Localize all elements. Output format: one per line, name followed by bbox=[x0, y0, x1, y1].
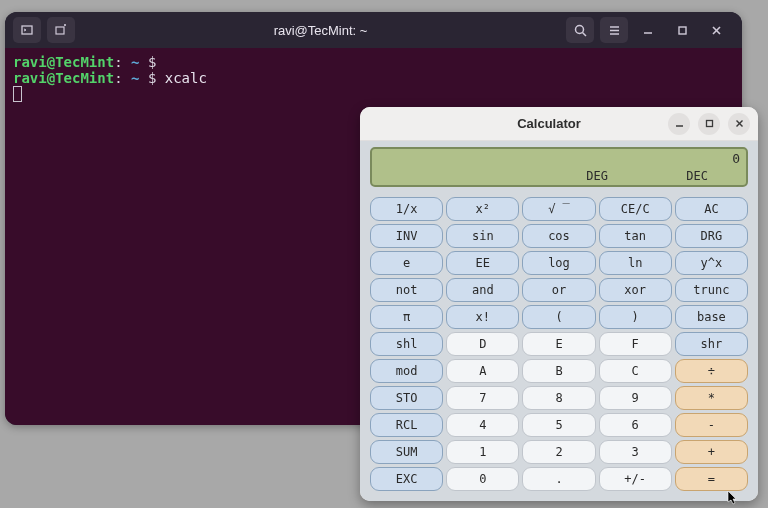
calc-key-ee[interactable]: EE bbox=[446, 251, 519, 275]
calc-key-[interactable]: ÷ bbox=[675, 359, 748, 383]
menu-button[interactable] bbox=[600, 17, 628, 43]
calc-key-shr[interactable]: shr bbox=[675, 332, 748, 356]
calc-key-[interactable]: ( bbox=[522, 305, 595, 329]
minimize-icon bbox=[642, 24, 654, 36]
calc-key-c[interactable]: C bbox=[599, 359, 672, 383]
calc-key-e[interactable]: E bbox=[522, 332, 595, 356]
calc-key-6[interactable]: 6 bbox=[599, 413, 672, 437]
calc-key-2[interactable]: 2 bbox=[522, 440, 595, 464]
calc-key-xor[interactable]: xor bbox=[599, 278, 672, 302]
calc-key-log[interactable]: log bbox=[522, 251, 595, 275]
svg-line-3 bbox=[582, 32, 586, 36]
calc-key-sto[interactable]: STO bbox=[370, 386, 443, 410]
calc-key-ln[interactable]: ln bbox=[599, 251, 672, 275]
close-button[interactable] bbox=[702, 17, 730, 43]
calc-key-base[interactable]: base bbox=[675, 305, 748, 329]
terminal-app-button[interactable] bbox=[13, 17, 41, 43]
terminal-line: ravi@TecMint: ~ $ xcalc bbox=[13, 70, 734, 86]
calc-key-[interactable]: = bbox=[675, 467, 748, 491]
prompt-user: ravi@TecMint bbox=[13, 54, 114, 70]
calc-key-mod[interactable]: mod bbox=[370, 359, 443, 383]
close-icon bbox=[735, 119, 744, 128]
calc-key-trunc[interactable]: trunc bbox=[675, 278, 748, 302]
terminal-line: ravi@TecMint: ~ $ bbox=[13, 54, 734, 70]
calc-key-or[interactable]: or bbox=[522, 278, 595, 302]
close-icon bbox=[711, 25, 722, 36]
calc-key-and[interactable]: and bbox=[446, 278, 519, 302]
calculator-keypad: 1/xx²√ ‾CE/CACINVsincostanDRGeEEloglny^x… bbox=[370, 197, 748, 493]
calc-key-5[interactable]: 5 bbox=[522, 413, 595, 437]
calc-key-[interactable]: ) bbox=[599, 305, 672, 329]
maximize-button[interactable] bbox=[668, 17, 696, 43]
calc-key-a[interactable]: A bbox=[446, 359, 519, 383]
calc-key-[interactable]: + bbox=[675, 440, 748, 464]
calculator-title: Calculator bbox=[430, 116, 668, 131]
prompt-symbol: $ bbox=[148, 54, 156, 70]
maximize-icon bbox=[705, 119, 714, 128]
calculator-titlebar: Calculator bbox=[360, 107, 758, 141]
calc-close-button[interactable] bbox=[728, 113, 750, 135]
calc-key-0[interactable]: 0 bbox=[446, 467, 519, 491]
calc-key-e[interactable]: e bbox=[370, 251, 443, 275]
calc-key-4[interactable]: 4 bbox=[446, 413, 519, 437]
calc-key-[interactable]: π bbox=[370, 305, 443, 329]
calculator-body: 0 DEG DEC 1/xx²√ ‾CE/CACINVsincostanDRGe… bbox=[360, 141, 758, 501]
search-button[interactable] bbox=[566, 17, 594, 43]
calc-key-drg[interactable]: DRG bbox=[675, 224, 748, 248]
calc-key-shl[interactable]: shl bbox=[370, 332, 443, 356]
calc-minimize-button[interactable] bbox=[668, 113, 690, 135]
calc-key-cos[interactable]: cos bbox=[522, 224, 595, 248]
calc-key-tan[interactable]: tan bbox=[599, 224, 672, 248]
display-value: 0 bbox=[732, 151, 740, 166]
calc-key-not[interactable]: not bbox=[370, 278, 443, 302]
calc-key-d[interactable]: D bbox=[446, 332, 519, 356]
calc-key-exc[interactable]: EXC bbox=[370, 467, 443, 491]
minimize-button[interactable] bbox=[634, 17, 662, 43]
terminal-titlebar: ravi@TecMint: ~ bbox=[5, 12, 742, 48]
minimize-icon bbox=[675, 119, 684, 128]
calculator-display: 0 DEG DEC bbox=[370, 147, 748, 187]
calculator-window: Calculator 0 DEG DEC 1/xx²√ ‾CE/CACINVsi… bbox=[360, 107, 758, 501]
hamburger-icon bbox=[608, 24, 621, 37]
calc-key-cec[interactable]: CE/C bbox=[599, 197, 672, 221]
calc-key-[interactable]: . bbox=[522, 467, 595, 491]
svg-rect-1 bbox=[56, 27, 64, 34]
calc-key-yx[interactable]: y^x bbox=[675, 251, 748, 275]
calc-key-sum[interactable]: SUM bbox=[370, 440, 443, 464]
calc-key-1x[interactable]: 1/x bbox=[370, 197, 443, 221]
calc-key-inv[interactable]: INV bbox=[370, 224, 443, 248]
calc-maximize-button[interactable] bbox=[698, 113, 720, 135]
command-text: xcalc bbox=[165, 70, 207, 86]
calc-key-f[interactable]: F bbox=[599, 332, 672, 356]
calc-key-x[interactable]: x² bbox=[446, 197, 519, 221]
calc-key-ac[interactable]: AC bbox=[675, 197, 748, 221]
svg-rect-12 bbox=[706, 121, 712, 127]
calc-key-b[interactable]: B bbox=[522, 359, 595, 383]
calc-key-7[interactable]: 7 bbox=[446, 386, 519, 410]
svg-point-2 bbox=[575, 25, 583, 33]
maximize-icon bbox=[677, 25, 688, 36]
calc-key-[interactable]: √ ‾ bbox=[522, 197, 595, 221]
search-icon bbox=[574, 24, 587, 37]
calc-key-[interactable]: +/- bbox=[599, 467, 672, 491]
calc-key-1[interactable]: 1 bbox=[446, 440, 519, 464]
prompt-path: ~ bbox=[131, 54, 139, 70]
calc-key-8[interactable]: 8 bbox=[522, 386, 595, 410]
calc-key-[interactable]: - bbox=[675, 413, 748, 437]
display-base-mode: DEC bbox=[686, 169, 708, 183]
calc-key-x[interactable]: x! bbox=[446, 305, 519, 329]
svg-rect-8 bbox=[679, 27, 686, 34]
calc-key-sin[interactable]: sin bbox=[446, 224, 519, 248]
terminal-cursor bbox=[13, 86, 22, 102]
display-angle-mode: DEG bbox=[586, 169, 608, 183]
calc-key-rcl[interactable]: RCL bbox=[370, 413, 443, 437]
new-tab-button[interactable] bbox=[47, 17, 75, 43]
calc-key-9[interactable]: 9 bbox=[599, 386, 672, 410]
calc-key-[interactable]: * bbox=[675, 386, 748, 410]
calc-key-3[interactable]: 3 bbox=[599, 440, 672, 464]
terminal-title: ravi@TecMint: ~ bbox=[81, 23, 560, 38]
